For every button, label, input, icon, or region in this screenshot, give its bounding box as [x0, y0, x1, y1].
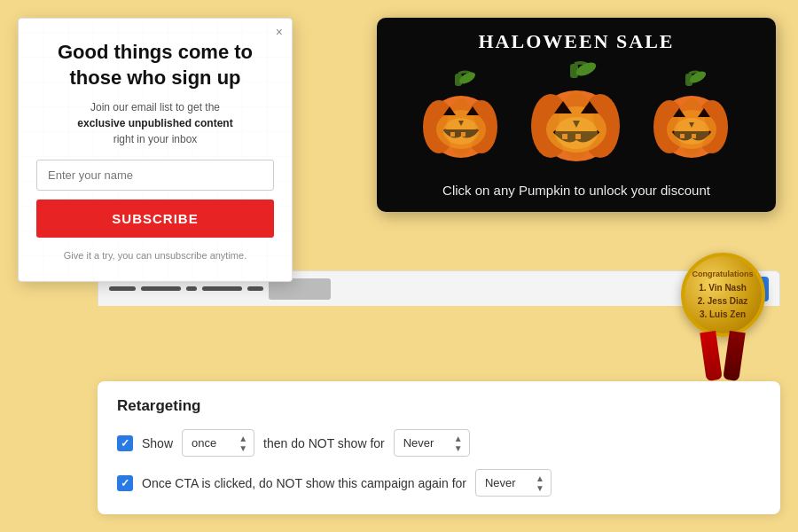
close-icon[interactable]: ×	[276, 26, 283, 38]
medal-congrats: Congratulations	[692, 270, 754, 278]
medal-name-1: 1. Vin Nash	[699, 281, 747, 294]
toolbar-dash-5	[247, 286, 263, 291]
popup-subtitle: Join our email list to get the exclusive…	[36, 99, 274, 147]
svg-point-25	[555, 117, 598, 149]
ribbon-left	[700, 331, 722, 381]
pumpkin-1[interactable]	[412, 69, 510, 167]
svg-point-12	[443, 118, 479, 145]
pumpkin-2[interactable]	[519, 60, 634, 167]
cta-clicked-checkbox[interactable]	[117, 475, 133, 491]
never-select-1[interactable]: Never 1 day 7 days 30 days	[394, 429, 470, 457]
medal-circle: Congratulations 1. Vin Nash 2. Jess Diaz…	[681, 253, 765, 337]
halloween-title: HALOWEEN SALE	[377, 18, 776, 60]
retargeting-row-1: Show once twice 3 times ▲▼ then do NOT s…	[117, 429, 761, 457]
once-select[interactable]: once twice 3 times	[182, 429, 254, 457]
ribbon-container	[674, 332, 771, 380]
medal-badge: Congratulations 1. Vin Nash 2. Jess Diaz…	[674, 253, 771, 380]
medal-name-3: 3. Luis Zen	[700, 308, 746, 321]
never-select-wrapper-1: Never 1 day 7 days 30 days ▲▼	[394, 429, 470, 457]
never-select-2[interactable]: Never 1 day 7 days 30 days	[475, 469, 552, 497]
halloween-banner: HALOWEEN SALE	[377, 18, 776, 212]
popup-footer: Give it a try, you can unsubscribe anyti…	[36, 248, 274, 263]
retargeting-row-2: Once CTA is clicked, do NOT show this ca…	[117, 469, 761, 497]
toolbar-dash-3	[186, 286, 197, 291]
then-label: then do NOT show for	[263, 436, 385, 450]
svg-point-38	[674, 118, 709, 145]
pumpkins-row	[377, 60, 776, 176]
pumpkin-3[interactable]	[643, 69, 740, 167]
toolbar-dash-4	[202, 286, 242, 291]
retargeting-title: Retargeting	[117, 397, 761, 415]
never-select-wrapper-2: Never 1 day 7 days 30 days ▲▼	[475, 469, 552, 497]
toolbar-dash-2	[141, 286, 181, 291]
show-label: Show	[142, 436, 173, 450]
popup-headline: Good things come to those who sign up	[36, 40, 274, 90]
ribbon-right	[723, 331, 745, 381]
show-once-checkbox[interactable]	[117, 435, 133, 451]
cta-label: Once CTA is clicked, do NOT show this ca…	[142, 476, 466, 490]
signup-popup: × Good things come to those who sign up …	[18, 18, 293, 282]
retargeting-panel: Retargeting Show once twice 3 times ▲▼ t…	[98, 381, 780, 514]
once-select-wrapper: once twice 3 times ▲▼	[182, 429, 254, 457]
name-input[interactable]	[36, 160, 274, 191]
subscribe-button[interactable]: SUBSCRIBE	[36, 200, 274, 238]
medal-name-2: 2. Jess Diaz	[698, 294, 748, 308]
banner-cta-text: Click on any Pumpkin to unlock your disc…	[377, 176, 776, 212]
toolbar-dash-1	[109, 286, 136, 291]
